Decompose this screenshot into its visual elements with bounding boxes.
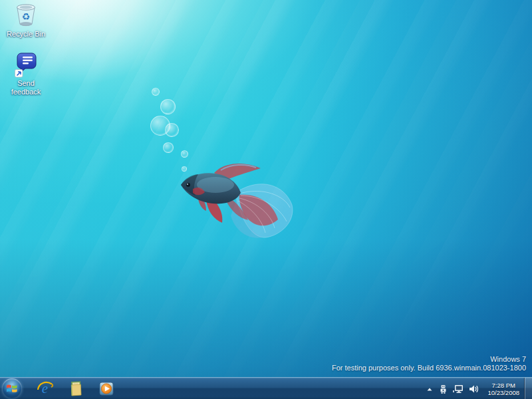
windows7-desktop: ♻ Recycle Bin Send feedback Windows 7 Fo… [0,0,532,399]
build-watermark: Windows 7 For testing purposes only. Bui… [332,355,526,372]
taskbar-item-windows-explorer[interactable] [61,378,91,399]
bubble [160,99,176,114]
svg-text:♻: ♻ [22,11,31,22]
recycle-bin-icon: ♻ [14,3,38,29]
taskbar-item-windows-media-player[interactable] [91,378,122,399]
betta-fish [168,158,307,248]
tray-clock[interactable]: 7:28 PM 10/23/2008 [487,382,519,396]
taskbar-item-internet-explorer[interactable]: e [30,378,61,399]
taskbar: e [0,377,532,399]
show-hidden-icons-button[interactable] [426,386,434,392]
pinned-taskbar-items: e [30,378,122,399]
network-icon[interactable] [453,384,464,394]
folder-icon [67,380,84,397]
bubble [181,150,188,158]
system-tray: 7:28 PM 10/23/2008 [426,378,523,399]
send-feedback-icon [14,52,38,78]
desktop-icon-send-feedback[interactable]: Send feedback [1,52,51,96]
volume-icon[interactable] [469,384,479,394]
bubble [152,88,160,96]
start-button[interactable] [2,378,22,398]
media-player-icon [98,380,115,397]
bubble [163,142,174,153]
clock-time: 7:28 PM [487,382,519,389]
internet-explorer-icon: e [37,380,54,397]
windows-logo-icon [6,383,18,394]
desktop-icon-label: Send feedback [5,79,47,96]
desktop-icon-label: Recycle Bin [5,30,47,39]
clock-date: 10/23/2008 [487,389,519,396]
show-desktop-button[interactable] [524,378,532,399]
watermark-line1: Windows 7 [332,355,526,364]
watermark-line2: For testing purposes only. Build 6936.wi… [332,364,526,372]
action-center-icon[interactable] [439,384,448,394]
bubble [165,123,179,137]
desktop-icon-recycle-bin[interactable]: ♻ Recycle Bin [1,3,51,39]
